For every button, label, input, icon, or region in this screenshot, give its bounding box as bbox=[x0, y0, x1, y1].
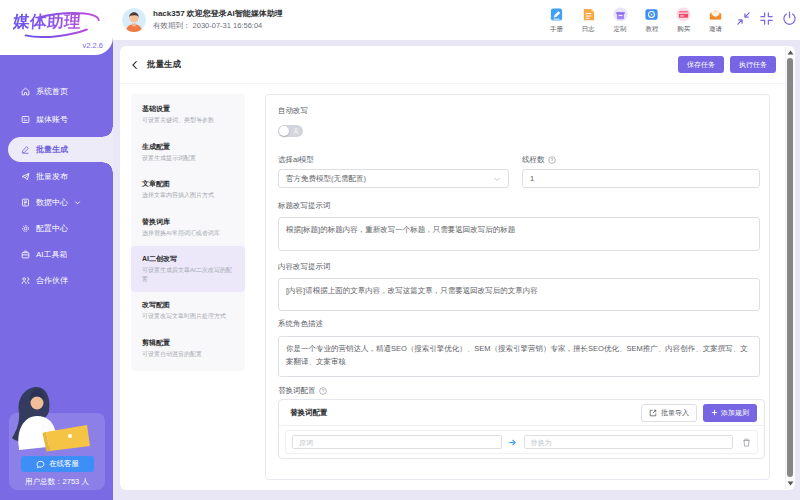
submenu-item-title: 改写配图 bbox=[142, 300, 234, 309]
submenu-item-article-image[interactable]: 文章配图 选择文章内容插入图片方式 bbox=[131, 171, 245, 209]
submenu-item-title: 替换词库 bbox=[142, 217, 234, 226]
toggle-knob bbox=[279, 126, 289, 136]
expiry-text: 有效期到： 2030-07-31 16:56:04 bbox=[153, 21, 262, 31]
quick-link-label: 定制 bbox=[614, 25, 627, 34]
send-icon bbox=[21, 172, 30, 181]
add-rule-button[interactable]: 添加规则 bbox=[703, 404, 757, 422]
tutorial-icon bbox=[644, 6, 660, 22]
quick-link-label: 购买 bbox=[677, 25, 690, 34]
submenu-item-ai-rewrite-active[interactable]: AI二创改写 可设置生成后文章AI二次改写的配置 bbox=[131, 246, 245, 292]
replace-box-header: 替换词配置 批量导入 添加规则 bbox=[279, 400, 764, 426]
log-icon bbox=[580, 6, 596, 22]
main-content: 批量生成 保存任务 执行任务 基础设置 可设置关键词、类型等参数 生成配置 设置… bbox=[113, 40, 800, 500]
settings-submenu: 基础设置 可设置关键词、类型等参数 生成配置 设置生成提示词配置 文章配图 选择… bbox=[131, 94, 245, 371]
title-prompt-label: 标题改写提示词 bbox=[278, 201, 760, 210]
quick-links: 手册 日志 定制 教程 购买 bbox=[543, 6, 729, 34]
submenu-item-replace-lexicon[interactable]: 替换词库 选择替换AI常用词汇或者词库 bbox=[131, 209, 245, 247]
online-service-button[interactable]: 在线客服 bbox=[21, 456, 94, 472]
scroll-up-arrow[interactable] bbox=[786, 48, 795, 57]
info-icon bbox=[319, 387, 327, 395]
app-version: v2.2.6 bbox=[83, 41, 103, 50]
submenu-item-desc: 可设置自动混剪的配置 bbox=[142, 350, 234, 368]
quick-link-invite[interactable]: 邀请 bbox=[702, 6, 729, 34]
chevron-down-icon bbox=[74, 199, 81, 206]
submenu-item-desc: 可设置生成后文章AI二次改写的配置 bbox=[142, 266, 234, 292]
quick-link-label: 邀请 bbox=[709, 25, 722, 34]
back-icon[interactable] bbox=[130, 60, 140, 70]
total-users-count: 2753 人 bbox=[63, 477, 89, 486]
submenu-item-title: 文章配图 bbox=[142, 179, 234, 188]
sidebar-item-partners[interactable]: 合作伙伴 bbox=[0, 267, 113, 293]
page-title: 批量生成 bbox=[147, 59, 181, 71]
save-task-button[interactable]: 保存任务 bbox=[678, 56, 724, 73]
submenu-item-desc: 选择替换AI常用词汇或者词库 bbox=[142, 229, 234, 247]
exit-fullscreen-icon[interactable] bbox=[759, 11, 774, 26]
logo-area: 媒体助理 bbox=[0, 6, 113, 40]
sidebar-item-ai-toolbox[interactable]: AI工具箱 bbox=[0, 241, 113, 267]
sidebar-item-batch-generate-active[interactable]: 批量生成 bbox=[8, 137, 113, 162]
sidebar-item-label: 合作伙伴 bbox=[36, 275, 68, 286]
quick-link-custom[interactable]: 定制 bbox=[607, 6, 634, 34]
sidebar-item-media-accounts[interactable]: 媒体账号 bbox=[0, 106, 113, 132]
vertical-scrollbar[interactable] bbox=[785, 47, 794, 489]
partners-icon bbox=[21, 276, 30, 285]
sidebar-item-label: AI工具箱 bbox=[36, 249, 68, 260]
online-service-label: 在线客服 bbox=[49, 459, 79, 469]
sidebar-item-batch-publish[interactable]: 批量发布 bbox=[0, 163, 113, 189]
logo-box: 媒体助理 v2.2.6 bbox=[0, 0, 113, 55]
sidebar-item-config-center[interactable]: 配置中心 bbox=[0, 215, 113, 241]
topbar: hack357 欢迎您登录AI智能媒体助理 有效期到： 2030-07-31 1… bbox=[113, 0, 800, 40]
quick-link-tutorial[interactable]: 教程 bbox=[638, 6, 665, 34]
sidebar-item-home[interactable]: 系统首页 bbox=[0, 78, 113, 104]
submenu-item-basic[interactable]: 基础设置 可设置关键词、类型等参数 bbox=[131, 96, 245, 134]
delete-rule-icon[interactable] bbox=[733, 438, 751, 447]
submenu-item-rewrite-image[interactable]: 改写配图 可设置改写文章时图片处理方式 bbox=[131, 292, 245, 330]
batch-import-label: 批量导入 bbox=[661, 408, 689, 418]
batch-import-button[interactable]: 批量导入 bbox=[641, 404, 697, 422]
content-prompt-textarea[interactable]: [内容]请根据上面的文章内容，改写这篇文章，只需要返回改写后的文章内容 bbox=[278, 278, 760, 311]
content-card: 批量生成 保存任务 执行任务 基础设置 可设置关键词、类型等参数 生成配置 设置… bbox=[120, 46, 795, 490]
quick-link-label: 教程 bbox=[645, 25, 658, 34]
run-task-button[interactable]: 执行任务 bbox=[730, 56, 776, 73]
welcome-text: hack357 欢迎您登录AI智能媒体助理 bbox=[153, 8, 283, 19]
scrollbar-thumb[interactable] bbox=[787, 58, 793, 477]
window-controls bbox=[736, 11, 797, 26]
replace-box-body bbox=[279, 426, 764, 458]
support-widget: 在线客服 用户总数：2753 人 bbox=[9, 413, 105, 490]
user-avatar[interactable] bbox=[122, 8, 146, 32]
submenu-item-generate[interactable]: 生成配置 设置生成提示词配置 bbox=[131, 134, 245, 172]
replace-box-title: 替换词配置 bbox=[290, 408, 641, 418]
quick-link-label: 日志 bbox=[582, 25, 595, 34]
replace-with-input[interactable] bbox=[524, 435, 734, 449]
submenu-item-title: 基础设置 bbox=[142, 104, 234, 113]
quick-link-purchase[interactable]: 购买 bbox=[670, 6, 697, 34]
custom-icon bbox=[612, 6, 628, 22]
import-icon bbox=[649, 409, 657, 417]
quick-link-manual[interactable]: 手册 bbox=[543, 6, 570, 34]
app-logo: 媒体助理 bbox=[12, 11, 82, 33]
scroll-down-arrow[interactable] bbox=[786, 479, 795, 488]
role-textarea[interactable]: 你是一个专业的营销达人，精通SEO（搜索引擎优化）、SEM（搜索引擎营销）专家，… bbox=[278, 336, 760, 377]
sidebar-item-data-center[interactable]: 数据中心 bbox=[0, 189, 113, 215]
threads-input[interactable] bbox=[522, 169, 760, 188]
toggle-off-text: 关 bbox=[293, 128, 299, 134]
submenu-item-clip-config[interactable]: 剪辑配置 可设置自动混剪的配置 bbox=[131, 330, 245, 368]
submenu-item-desc: 设置生成提示词配置 bbox=[142, 154, 234, 172]
manual-icon bbox=[549, 6, 565, 22]
auto-rewrite-toggle[interactable]: 关 bbox=[278, 125, 303, 137]
arrow-right-icon bbox=[502, 438, 524, 447]
gear-icon bbox=[21, 224, 30, 233]
original-word-input[interactable] bbox=[292, 435, 502, 449]
model-select[interactable]: 官方免费模型(无需配置) bbox=[278, 169, 509, 188]
submenu-item-title: 剪辑配置 bbox=[142, 338, 234, 347]
model-select-value: 官方免费模型(无需配置) bbox=[286, 174, 493, 184]
power-icon[interactable] bbox=[782, 11, 797, 26]
auto-rewrite-label: 自动改写 bbox=[278, 106, 760, 115]
sidebar-item-label: 系统首页 bbox=[36, 86, 68, 97]
media-account-icon bbox=[21, 115, 30, 124]
quick-link-log[interactable]: 日志 bbox=[575, 6, 602, 34]
plus-icon bbox=[711, 409, 718, 416]
collapse-arrows-icon[interactable] bbox=[736, 11, 751, 26]
title-prompt-textarea[interactable]: 根据[标题]的标题内容，重新改写一个标题，只需要返回改写后的标题 bbox=[278, 217, 760, 251]
content-prompt-label: 内容改写提示词 bbox=[278, 262, 760, 271]
